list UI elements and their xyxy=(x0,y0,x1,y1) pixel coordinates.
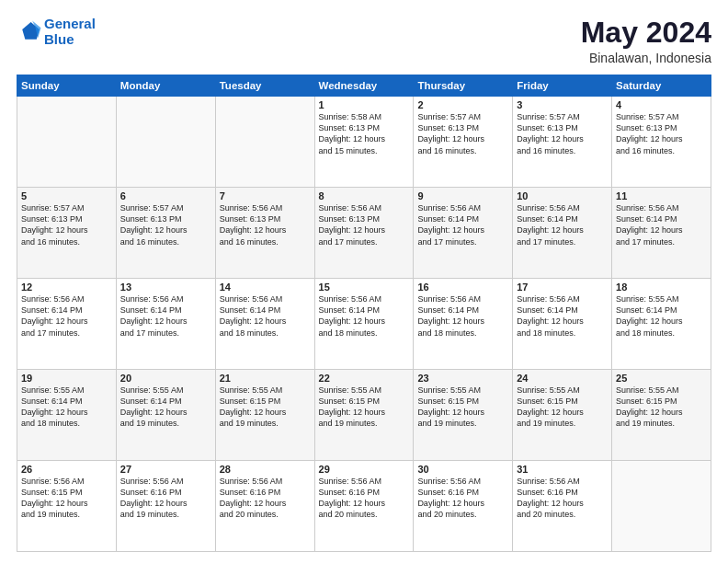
day-number: 7 xyxy=(220,190,311,201)
calendar-week-row: 12Sunrise: 5:56 AMSunset: 6:14 PMDayligh… xyxy=(17,279,711,370)
table-row: 26Sunrise: 5:56 AMSunset: 6:15 PMDayligh… xyxy=(17,461,117,552)
day-info: Sunrise: 5:56 AMSunset: 6:16 PMDaylight:… xyxy=(517,476,608,521)
table-row xyxy=(17,97,117,188)
table-row xyxy=(215,97,314,188)
day-number: 15 xyxy=(319,282,410,293)
table-row: 16Sunrise: 5:56 AMSunset: 6:14 PMDayligh… xyxy=(414,279,513,370)
calendar-header-row: Sunday Monday Tuesday Wednesday Thursday… xyxy=(17,75,711,97)
day-info: Sunrise: 5:57 AMSunset: 6:13 PMDaylight:… xyxy=(616,111,707,156)
table-row: 9Sunrise: 5:56 AMSunset: 6:14 PMDaylight… xyxy=(414,188,513,279)
day-number: 20 xyxy=(120,373,211,384)
day-info: Sunrise: 5:56 AMSunset: 6:14 PMDaylight:… xyxy=(220,293,311,339)
title-block: May 2024 Binalawan, Indonesia xyxy=(581,17,711,65)
day-number: 12 xyxy=(21,282,112,293)
table-row: 4Sunrise: 5:57 AMSunset: 6:13 PMDaylight… xyxy=(612,97,711,188)
day-number: 11 xyxy=(616,190,707,201)
table-row: 25Sunrise: 5:55 AMSunset: 6:15 PMDayligh… xyxy=(612,370,711,461)
table-row: 19Sunrise: 5:55 AMSunset: 6:14 PMDayligh… xyxy=(17,370,117,461)
day-info: Sunrise: 5:56 AMSunset: 6:14 PMDaylight:… xyxy=(517,293,608,339)
day-number: 28 xyxy=(220,464,311,475)
table-row: 1Sunrise: 5:58 AMSunset: 6:13 PMDaylight… xyxy=(314,97,414,188)
day-info: Sunrise: 5:55 AMSunset: 6:15 PMDaylight:… xyxy=(319,385,410,430)
table-row xyxy=(612,461,711,552)
day-info: Sunrise: 5:56 AMSunset: 6:14 PMDaylight:… xyxy=(120,293,211,339)
day-number: 27 xyxy=(120,464,211,475)
table-row: 24Sunrise: 5:55 AMSunset: 6:15 PMDayligh… xyxy=(513,370,612,461)
day-number: 19 xyxy=(21,373,112,384)
calendar-week-row: 19Sunrise: 5:55 AMSunset: 6:14 PMDayligh… xyxy=(17,370,711,461)
logo: General Blue xyxy=(17,17,96,47)
day-number: 18 xyxy=(616,282,707,293)
day-number: 29 xyxy=(319,464,410,475)
table-row: 29Sunrise: 5:56 AMSunset: 6:16 PMDayligh… xyxy=(314,461,414,552)
day-info: Sunrise: 5:55 AMSunset: 6:15 PMDaylight:… xyxy=(517,385,608,430)
day-number: 8 xyxy=(319,190,410,201)
calendar-week-row: 1Sunrise: 5:58 AMSunset: 6:13 PMDaylight… xyxy=(17,97,711,188)
table-row: 23Sunrise: 5:55 AMSunset: 6:15 PMDayligh… xyxy=(414,370,513,461)
day-info: Sunrise: 5:55 AMSunset: 6:14 PMDaylight:… xyxy=(120,385,211,430)
day-number: 26 xyxy=(21,464,112,475)
table-row: 31Sunrise: 5:56 AMSunset: 6:16 PMDayligh… xyxy=(513,461,612,552)
day-info: Sunrise: 5:57 AMSunset: 6:13 PMDaylight:… xyxy=(517,111,608,156)
day-info: Sunrise: 5:56 AMSunset: 6:16 PMDaylight:… xyxy=(220,476,311,521)
table-row: 27Sunrise: 5:56 AMSunset: 6:16 PMDayligh… xyxy=(116,461,215,552)
table-row: 22Sunrise: 5:55 AMSunset: 6:15 PMDayligh… xyxy=(314,370,414,461)
logo-icon xyxy=(17,19,42,45)
header: General Blue May 2024 Binalawan, Indones… xyxy=(17,17,711,65)
day-info: Sunrise: 5:55 AMSunset: 6:15 PMDaylight:… xyxy=(417,385,508,430)
col-monday: Monday xyxy=(116,75,215,97)
col-saturday: Saturday xyxy=(612,75,711,97)
table-row: 2Sunrise: 5:57 AMSunset: 6:13 PMDaylight… xyxy=(414,97,513,188)
col-tuesday: Tuesday xyxy=(215,75,314,97)
day-info: Sunrise: 5:56 AMSunset: 6:16 PMDaylight:… xyxy=(120,476,211,521)
month-title: May 2024 xyxy=(581,17,711,49)
page: General Blue May 2024 Binalawan, Indones… xyxy=(0,0,728,563)
table-row: 14Sunrise: 5:56 AMSunset: 6:14 PMDayligh… xyxy=(215,279,314,370)
day-number: 1 xyxy=(319,99,410,110)
day-number: 13 xyxy=(120,282,211,293)
day-info: Sunrise: 5:56 AMSunset: 6:13 PMDaylight:… xyxy=(220,202,311,247)
day-info: Sunrise: 5:56 AMSunset: 6:16 PMDaylight:… xyxy=(417,476,508,521)
table-row: 7Sunrise: 5:56 AMSunset: 6:13 PMDaylight… xyxy=(215,188,314,279)
day-number: 3 xyxy=(517,99,608,110)
day-number: 9 xyxy=(417,190,508,201)
day-number: 2 xyxy=(417,99,508,110)
day-number: 14 xyxy=(220,282,311,293)
col-thursday: Thursday xyxy=(414,75,513,97)
day-info: Sunrise: 5:55 AMSunset: 6:14 PMDaylight:… xyxy=(616,293,707,339)
day-number: 16 xyxy=(417,282,508,293)
day-number: 10 xyxy=(517,190,608,201)
day-info: Sunrise: 5:57 AMSunset: 6:13 PMDaylight:… xyxy=(120,202,211,247)
table-row xyxy=(116,97,215,188)
day-number: 22 xyxy=(319,373,410,384)
day-number: 5 xyxy=(21,190,112,201)
location: Binalawan, Indonesia xyxy=(581,51,711,65)
table-row: 18Sunrise: 5:55 AMSunset: 6:14 PMDayligh… xyxy=(612,279,711,370)
day-number: 17 xyxy=(517,282,608,293)
table-row: 17Sunrise: 5:56 AMSunset: 6:14 PMDayligh… xyxy=(513,279,612,370)
day-info: Sunrise: 5:56 AMSunset: 6:14 PMDaylight:… xyxy=(21,293,112,339)
day-info: Sunrise: 5:56 AMSunset: 6:14 PMDaylight:… xyxy=(417,202,508,247)
day-info: Sunrise: 5:56 AMSunset: 6:14 PMDaylight:… xyxy=(517,202,608,247)
day-info: Sunrise: 5:55 AMSunset: 6:15 PMDaylight:… xyxy=(616,385,707,430)
day-number: 23 xyxy=(417,373,508,384)
day-info: Sunrise: 5:55 AMSunset: 6:14 PMDaylight:… xyxy=(21,385,112,430)
table-row: 28Sunrise: 5:56 AMSunset: 6:16 PMDayligh… xyxy=(215,461,314,552)
col-friday: Friday xyxy=(513,75,612,97)
table-row: 8Sunrise: 5:56 AMSunset: 6:13 PMDaylight… xyxy=(314,188,414,279)
day-info: Sunrise: 5:56 AMSunset: 6:14 PMDaylight:… xyxy=(319,293,410,339)
table-row: 20Sunrise: 5:55 AMSunset: 6:14 PMDayligh… xyxy=(116,370,215,461)
day-info: Sunrise: 5:56 AMSunset: 6:14 PMDaylight:… xyxy=(417,293,508,339)
calendar-table: Sunday Monday Tuesday Wednesday Thursday… xyxy=(17,75,711,552)
table-row: 15Sunrise: 5:56 AMSunset: 6:14 PMDayligh… xyxy=(314,279,414,370)
calendar-week-row: 5Sunrise: 5:57 AMSunset: 6:13 PMDaylight… xyxy=(17,188,711,279)
day-number: 24 xyxy=(517,373,608,384)
day-number: 6 xyxy=(120,190,211,201)
day-info: Sunrise: 5:55 AMSunset: 6:15 PMDaylight:… xyxy=(220,385,311,430)
day-number: 30 xyxy=(417,464,508,475)
table-row: 30Sunrise: 5:56 AMSunset: 6:16 PMDayligh… xyxy=(414,461,513,552)
table-row: 13Sunrise: 5:56 AMSunset: 6:14 PMDayligh… xyxy=(116,279,215,370)
day-info: Sunrise: 5:56 AMSunset: 6:15 PMDaylight:… xyxy=(21,476,112,521)
day-info: Sunrise: 5:57 AMSunset: 6:13 PMDaylight:… xyxy=(417,111,508,156)
day-number: 4 xyxy=(616,99,707,110)
